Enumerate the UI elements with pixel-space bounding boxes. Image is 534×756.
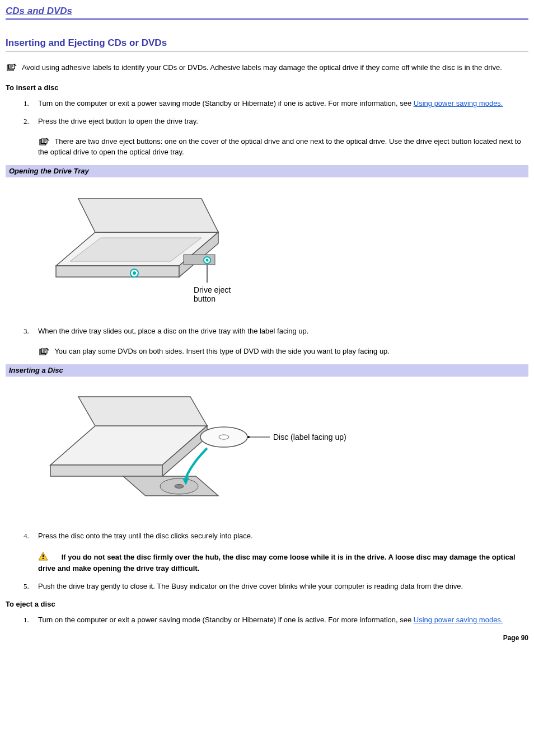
step-2: 2. Press the drive eject button to open … <box>6 116 528 157</box>
svg-rect-25 <box>43 558 44 559</box>
figure-1: Drive eject button <box>39 193 528 311</box>
svg-point-9 <box>133 271 136 275</box>
step-2-text: Press the drive eject button to open the… <box>38 117 198 125</box>
insert-steps: 1. Turn on the computer or exit a power … <box>6 98 528 157</box>
svg-marker-3 <box>78 199 218 232</box>
figure-1-caption: Opening the Drive Tray <box>6 165 528 177</box>
step-1: 1. Turn on the computer or exit a power … <box>6 98 528 109</box>
step-5: 5. Push the drive tray gently to close i… <box>6 581 528 591</box>
page-number: Page 90 <box>6 633 528 643</box>
step-4-text: Press the disc onto the tray until the d… <box>38 532 253 540</box>
insert-steps-cont2: 4. Press the disc onto the tray until th… <box>6 531 528 591</box>
fig1-label-line1: Drive eject <box>194 285 231 294</box>
step-number: 4. <box>24 531 29 541</box>
page-title: CDs and DVDs <box>6 4 528 20</box>
link-power-modes-2[interactable]: Using power saving modes. <box>414 616 503 624</box>
step-3-note: You can play some DVDs on both sides. In… <box>38 346 528 356</box>
svg-point-7 <box>206 259 209 261</box>
insert-heading: To insert a disc <box>6 83 528 93</box>
step-number: 2. <box>24 116 29 126</box>
step-3-text: When the drive tray slides out, place a … <box>38 327 308 335</box>
eject-steps: 1. Turn on the computer or exit a power … <box>6 615 528 625</box>
intro-note-text: Avoid using adhesive labels to identify … <box>22 63 502 72</box>
figure-2-caption: Inserting a Disc <box>6 364 528 377</box>
fig2-label: Disc (label facing up) <box>273 433 346 442</box>
step-3: 3. When the drive tray slides out, place… <box>6 326 528 356</box>
note-icon <box>38 348 50 356</box>
svg-point-17 <box>175 485 184 489</box>
figure-2: Disc (label facing up) <box>39 392 528 515</box>
eject-heading: To eject a disc <box>6 599 528 609</box>
step-2-note-text: There are two drive eject buttons: one o… <box>38 137 521 156</box>
step-number: 3. <box>24 326 29 336</box>
step-1-text-pre: Turn on the computer or exit a power sav… <box>38 99 414 107</box>
step-number: 1. <box>24 98 29 109</box>
step-4-warning-text: If you do not seat the disc firmly over … <box>38 553 516 572</box>
svg-marker-1 <box>56 266 179 277</box>
step-5-text: Push the drive tray gently to close it. … <box>38 582 463 590</box>
warning-icon <box>38 552 48 564</box>
svg-marker-12 <box>50 465 162 476</box>
insert-steps-cont: 3. When the drive tray slides out, place… <box>6 326 528 356</box>
step-4-warning: If you do not seat the disc firmly over … <box>38 552 528 574</box>
link-power-modes[interactable]: Using power saving modes. <box>414 99 503 107</box>
svg-point-22 <box>247 436 250 438</box>
eject-step-1-pre: Turn on the computer or exit a power sav… <box>38 616 414 624</box>
step-number: 1. <box>24 615 29 625</box>
fig1-label-line2: button <box>194 294 216 303</box>
section-heading: Inserting and Ejecting CDs or DVDs <box>6 36 528 51</box>
svg-marker-14 <box>78 397 207 426</box>
svg-rect-24 <box>43 555 44 557</box>
step-3-note-text: You can play some DVDs on both sides. In… <box>54 347 390 355</box>
intro-note: Avoid using adhesive labels to identify … <box>6 63 528 73</box>
svg-marker-11 <box>50 426 207 465</box>
note-icon <box>6 63 18 72</box>
step-number: 5. <box>24 581 29 591</box>
svg-point-19 <box>219 435 229 439</box>
step-4: 4. Press the disc onto the tray until th… <box>6 531 528 574</box>
note-icon <box>38 138 50 147</box>
eject-step-1: 1. Turn on the computer or exit a power … <box>6 615 528 625</box>
step-2-note: There are two drive eject buttons: one o… <box>38 137 528 157</box>
